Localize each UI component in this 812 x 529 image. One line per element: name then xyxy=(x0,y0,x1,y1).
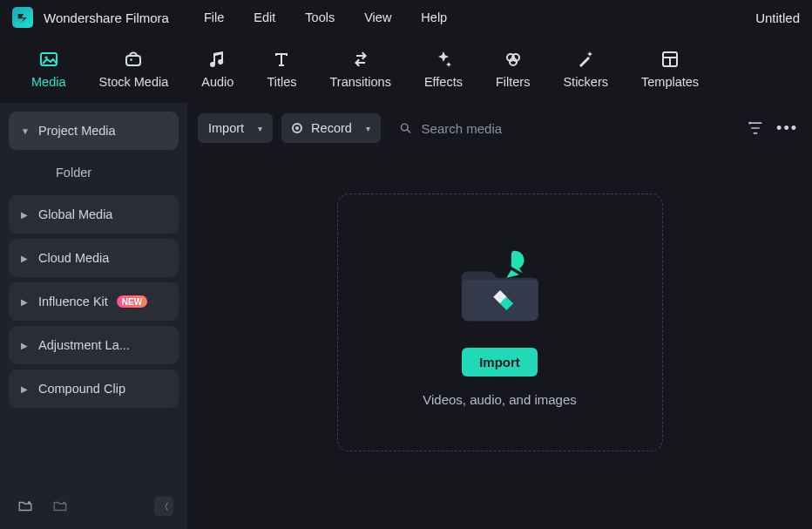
delete-folder-button[interactable] xyxy=(49,495,71,518)
tab-titles[interactable]: Titles xyxy=(267,49,296,89)
chevron-right-icon: ▶ xyxy=(21,341,30,350)
tab-label: Stickers xyxy=(563,75,608,89)
search-wrap xyxy=(389,113,738,143)
sidebar-item-label: Folder xyxy=(56,166,91,180)
sidebar: ▼ Project Media Folder ▶ Global Media ▶ … xyxy=(0,103,187,529)
filter-button[interactable] xyxy=(747,119,764,137)
tab-label: Audio xyxy=(201,75,233,89)
sidebar-item-cloud-media[interactable]: ▶ Cloud Media xyxy=(9,239,179,277)
import-button[interactable]: Import xyxy=(462,348,538,376)
svg-rect-2 xyxy=(126,56,140,65)
sidebar-item-label: Global Media xyxy=(38,207,112,221)
record-dropdown[interactable]: Record ▾ xyxy=(281,113,381,143)
folder-illustration xyxy=(452,238,548,334)
import-dropdown-label: Import xyxy=(208,121,244,135)
sidebar-item-label: Adjustment La... xyxy=(38,338,130,352)
sidebar-item-label: Cloud Media xyxy=(38,251,109,265)
tab-stickers[interactable]: Stickers xyxy=(563,49,608,89)
folder-minus-icon xyxy=(52,498,68,514)
tab-effects[interactable]: Effects xyxy=(424,49,463,89)
sidebar-item-folder[interactable]: Folder xyxy=(9,155,179,190)
svg-line-11 xyxy=(407,130,409,132)
sidebar-item-compound-clip[interactable]: ▶ Compound Clip xyxy=(9,370,179,408)
menu-view[interactable]: View xyxy=(364,10,391,24)
menu-file[interactable]: File xyxy=(204,10,224,24)
text-icon xyxy=(271,49,292,70)
search-icon xyxy=(398,120,413,136)
app-logo xyxy=(12,7,33,28)
main-panel: Import ▾ Record ▾ ••• xyxy=(187,103,812,529)
sidebar-footer: 〈 xyxy=(9,489,179,529)
sidebar-item-label: Compound Clip xyxy=(38,382,125,396)
sparkle-icon xyxy=(433,49,454,70)
menu-tools[interactable]: Tools xyxy=(305,10,335,24)
chevron-left-icon: 〈 xyxy=(159,500,169,513)
record-icon xyxy=(292,123,302,133)
tab-media[interactable]: Media xyxy=(31,49,66,89)
chevron-right-icon: ▶ xyxy=(21,384,30,394)
menubar: File Edit Tools View Help xyxy=(204,10,745,24)
tab-label: Stock Media xyxy=(99,75,169,89)
music-note-icon xyxy=(207,49,228,70)
sidebar-item-global-media[interactable]: ▶ Global Media xyxy=(9,195,179,234)
dropzone-caption: Videos, audio, and images xyxy=(423,392,577,407)
chevron-right-icon: ▶ xyxy=(21,210,30,220)
new-folder-button[interactable] xyxy=(14,495,37,518)
svg-rect-12 xyxy=(749,122,752,125)
sidebar-item-project-media[interactable]: ▼ Project Media xyxy=(9,112,179,150)
tab-label: Transitions xyxy=(330,75,391,89)
cloud-image-icon xyxy=(123,49,144,70)
tab-label: Templates xyxy=(641,75,699,89)
chevron-down-icon: ▾ xyxy=(366,124,370,133)
svg-point-10 xyxy=(401,124,408,131)
app-title: Wondershare Filmora xyxy=(44,10,169,25)
circles-icon xyxy=(503,49,524,70)
wand-icon xyxy=(575,49,596,70)
chevron-right-icon: ▶ xyxy=(21,297,30,307)
chevron-down-icon: ▼ xyxy=(21,126,30,136)
tab-label: Effects xyxy=(424,75,463,89)
tab-transitions[interactable]: Transitions xyxy=(330,49,391,89)
tab-label: Filters xyxy=(496,75,530,89)
sidebar-item-adjustment-layer[interactable]: ▶ Adjustment La... xyxy=(9,326,179,364)
titlebar: Wondershare Filmora File Edit Tools View… xyxy=(0,0,812,35)
more-button[interactable]: ••• xyxy=(773,119,802,138)
tab-filters[interactable]: Filters xyxy=(496,49,530,89)
folder-plus-icon xyxy=(17,498,33,514)
menu-edit[interactable]: Edit xyxy=(254,10,275,24)
toolbar: Media Stock Media Audio Titles Transitio… xyxy=(0,35,812,103)
tab-templates[interactable]: Templates xyxy=(641,49,699,89)
new-badge: NEW xyxy=(117,295,147,308)
search-input[interactable] xyxy=(422,121,730,136)
chevron-right-icon: ▶ xyxy=(21,254,30,263)
tab-audio[interactable]: Audio xyxy=(201,49,233,89)
tab-stock-media[interactable]: Stock Media xyxy=(99,49,169,89)
menu-help[interactable]: Help xyxy=(421,10,447,24)
import-dropdown[interactable]: Import ▾ xyxy=(198,113,273,143)
import-dropzone[interactable]: Import Videos, audio, and images xyxy=(337,193,663,451)
tab-label: Media xyxy=(31,75,66,89)
filter-icon xyxy=(747,119,764,137)
swap-icon xyxy=(350,49,371,70)
image-icon xyxy=(38,49,59,70)
tab-label: Titles xyxy=(267,75,296,89)
record-dropdown-label: Record xyxy=(311,121,352,135)
sidebar-item-label: Influence Kit xyxy=(38,295,108,309)
sidebar-item-label: Project Media xyxy=(38,124,116,138)
sidebar-item-influence-kit[interactable]: ▶ Influence Kit NEW xyxy=(9,282,179,321)
document-title: Untitled xyxy=(755,10,800,25)
collapse-sidebar-button[interactable]: 〈 xyxy=(154,497,173,516)
chevron-down-icon: ▾ xyxy=(258,124,262,133)
svg-point-3 xyxy=(131,58,132,60)
main-toolbar: Import ▾ Record ▾ ••• xyxy=(187,108,812,148)
layout-icon xyxy=(660,49,680,70)
